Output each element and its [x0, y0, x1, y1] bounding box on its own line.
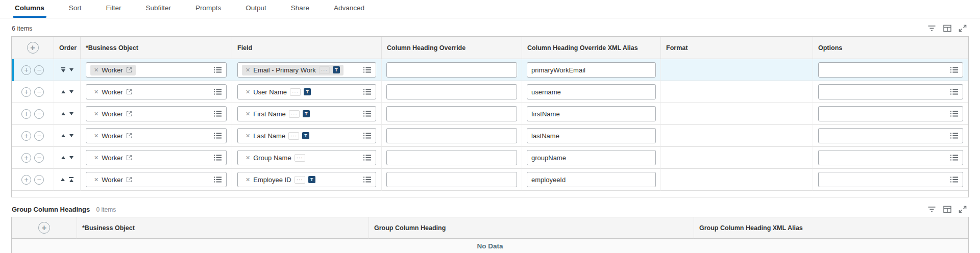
- options-input[interactable]: [818, 106, 963, 121]
- field-input[interactable]: ✕ Email - Primary Work ··· T: [237, 62, 376, 78]
- options-input[interactable]: [818, 150, 963, 165]
- remove-row-button[interactable]: −: [34, 153, 44, 163]
- remove-row-button[interactable]: −: [34, 175, 44, 185]
- column-heading-override-input[interactable]: [386, 172, 517, 187]
- business-object-input[interactable]: ✕ Worker: [86, 128, 227, 143]
- remove-chip-icon[interactable]: ✕: [94, 177, 99, 183]
- prompt-list-icon[interactable]: [213, 154, 222, 161]
- move-up-button[interactable]: [61, 156, 65, 159]
- remove-row-button[interactable]: −: [34, 87, 44, 97]
- more-icon[interactable]: ···: [288, 132, 299, 140]
- prompt-list-icon[interactable]: [363, 132, 372, 139]
- external-link-icon[interactable]: [126, 155, 132, 161]
- remove-chip-icon[interactable]: ✕: [94, 133, 99, 139]
- move-down-button[interactable]: [69, 112, 74, 115]
- options-input[interactable]: [818, 128, 963, 143]
- filter-icon[interactable]: [927, 206, 936, 213]
- tab-subfilter[interactable]: Subfilter: [145, 0, 173, 18]
- insert-row-button[interactable]: +: [21, 109, 31, 119]
- prompt-list-icon[interactable]: [950, 176, 959, 183]
- field-input[interactable]: ✕ Group Name ···: [237, 150, 376, 165]
- insert-row-button[interactable]: +: [21, 153, 31, 163]
- expand-icon[interactable]: [959, 24, 967, 32]
- move-down-button[interactable]: [69, 68, 74, 71]
- move-up-button[interactable]: [61, 112, 65, 115]
- options-input[interactable]: [818, 84, 963, 99]
- options-input[interactable]: [818, 62, 963, 78]
- remove-chip-icon[interactable]: ✕: [246, 133, 250, 139]
- remove-chip-icon[interactable]: ✕: [246, 67, 250, 73]
- prompt-list-icon[interactable]: [950, 66, 959, 73]
- move-up-bar-button[interactable]: [69, 177, 74, 182]
- column-heading-override-input[interactable]: [386, 106, 517, 121]
- xml-alias-input[interactable]: [527, 172, 656, 187]
- prompt-list-icon[interactable]: [950, 88, 959, 95]
- business-object-input[interactable]: ✕ Worker: [86, 106, 227, 121]
- prompt-list-icon[interactable]: [213, 176, 222, 183]
- xml-alias-input[interactable]: [527, 62, 656, 78]
- table-icon[interactable]: [943, 24, 951, 32]
- move-down-button[interactable]: [69, 90, 74, 93]
- xml-alias-input[interactable]: [527, 150, 656, 165]
- insert-row-button[interactable]: +: [21, 175, 31, 185]
- insert-row-button[interactable]: +: [21, 131, 31, 141]
- move-up-button[interactable]: [61, 90, 65, 93]
- prompt-list-icon[interactable]: [213, 66, 222, 73]
- business-object-input[interactable]: ✕ Worker: [86, 150, 227, 165]
- prompt-list-icon[interactable]: [213, 110, 222, 117]
- more-icon[interactable]: ···: [319, 66, 330, 74]
- business-object-input[interactable]: ✕ Worker: [86, 84, 227, 99]
- xml-alias-input[interactable]: [527, 106, 656, 121]
- insert-row-button[interactable]: +: [21, 65, 31, 75]
- column-heading-override-input[interactable]: [386, 128, 517, 143]
- tab-prompts[interactable]: Prompts: [194, 0, 222, 18]
- remove-chip-icon[interactable]: ✕: [246, 111, 250, 117]
- tab-output[interactable]: Output: [244, 0, 267, 18]
- prompt-list-icon[interactable]: [950, 154, 959, 161]
- tab-share[interactable]: Share: [290, 0, 310, 18]
- add-group-row-button[interactable]: +: [38, 222, 50, 234]
- field-input[interactable]: ✕ Last Name ··· T: [237, 128, 376, 143]
- prompt-list-icon[interactable]: [363, 110, 372, 117]
- column-heading-override-input[interactable]: [386, 62, 517, 78]
- prompt-list-icon[interactable]: [363, 66, 372, 73]
- more-icon[interactable]: ···: [295, 154, 305, 162]
- field-input[interactable]: ✕ First Name ··· T: [237, 106, 376, 121]
- xml-alias-input[interactable]: [527, 128, 656, 143]
- business-object-input[interactable]: ✕ Worker: [86, 62, 227, 78]
- prompt-list-icon[interactable]: [363, 88, 372, 95]
- prompt-list-icon[interactable]: [213, 132, 222, 139]
- tab-columns[interactable]: Columns: [14, 0, 45, 18]
- more-icon[interactable]: ···: [295, 176, 305, 184]
- remove-chip-icon[interactable]: ✕: [94, 111, 99, 117]
- move-down-bar-button[interactable]: [61, 67, 65, 72]
- column-heading-override-input[interactable]: [386, 150, 517, 165]
- move-up-button[interactable]: [61, 134, 65, 137]
- more-icon[interactable]: ···: [289, 110, 300, 118]
- external-link-icon[interactable]: [126, 133, 132, 139]
- column-heading-override-input[interactable]: [386, 84, 517, 99]
- remove-row-button[interactable]: −: [34, 109, 44, 119]
- business-object-input[interactable]: ✕ Worker: [86, 172, 227, 187]
- external-link-icon[interactable]: [126, 89, 132, 95]
- external-link-icon[interactable]: [126, 111, 132, 117]
- remove-chip-icon[interactable]: ✕: [94, 89, 99, 95]
- prompt-list-icon[interactable]: [363, 176, 372, 183]
- tab-advanced[interactable]: Advanced: [333, 0, 365, 18]
- prompt-list-icon[interactable]: [363, 154, 372, 161]
- tab-filter[interactable]: Filter: [105, 0, 122, 18]
- insert-row-button[interactable]: +: [21, 87, 31, 97]
- external-link-icon[interactable]: [126, 176, 132, 183]
- prompt-list-icon[interactable]: [950, 132, 959, 139]
- move-down-button[interactable]: [69, 134, 74, 137]
- filter-icon[interactable]: [927, 24, 936, 32]
- remove-row-button[interactable]: −: [34, 65, 44, 75]
- remove-chip-icon[interactable]: ✕: [246, 155, 250, 161]
- external-link-icon[interactable]: [126, 67, 132, 73]
- expand-icon[interactable]: [959, 206, 967, 213]
- remove-chip-icon[interactable]: ✕: [246, 177, 250, 183]
- remove-chip-icon[interactable]: ✕: [246, 89, 250, 95]
- remove-row-button[interactable]: −: [34, 131, 44, 141]
- field-input[interactable]: ✕ User Name ··· T: [237, 84, 376, 99]
- table-icon[interactable]: [943, 206, 951, 213]
